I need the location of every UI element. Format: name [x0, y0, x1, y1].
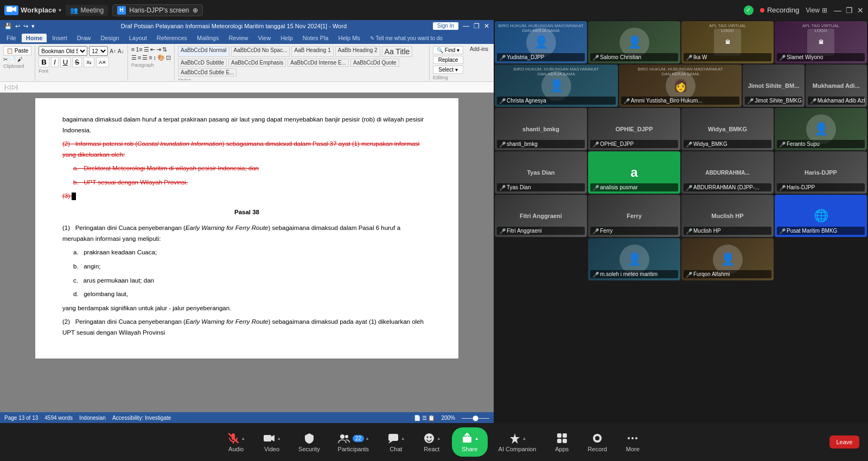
ribbon-tab-design[interactable]: Design	[96, 34, 123, 42]
more-button[interactable]: More	[618, 428, 648, 456]
participants-button[interactable]: 22 ▲ Participants	[331, 428, 376, 456]
ribbon-tab-review[interactable]: Review	[224, 34, 252, 42]
ribbon-tab-mailings[interactable]: Mailings	[193, 34, 223, 42]
style-normal[interactable]: AaBbCcDd Normal	[178, 46, 229, 57]
word-doc-scroll[interactable]: bagaimana dimaksud dalam huruf a terpat …	[0, 93, 494, 412]
cut-icon[interactable]: ✂	[3, 56, 8, 62]
apps-button[interactable]: Apps	[547, 428, 577, 456]
shading-button[interactable]: 🎨	[157, 54, 165, 61]
minimize-button[interactable]: —	[834, 6, 841, 15]
participant-tile-salomo[interactable]: 👤 🎤 Salomo Christian	[588, 21, 680, 63]
font-size-select[interactable]: 12	[89, 46, 108, 56]
participant-tile-mukhamad[interactable]: Mukhamad Adi... 🎤 Mukhamad Adib Azka	[806, 65, 867, 107]
indent-less-button[interactable]: ⇤	[150, 46, 155, 53]
participant-tile-widya[interactable]: Widya_BMKG 🎤 Widya_BMKG	[681, 108, 774, 150]
audio-button[interactable]: ▲ Audio	[220, 428, 252, 456]
participant-tile-ikaw[interactable]: APL TAG VIRTUALLOGO 🏛 🎤 Ika W	[681, 21, 774, 63]
style-subtleem[interactable]: AaBbCcDd Subtle E...	[178, 68, 237, 76]
bold-button[interactable]: B	[39, 57, 49, 67]
participant-tile-analisis[interactable]: a 🎤 analisis pusmar	[588, 151, 680, 194]
indent-more-button[interactable]: ⇥	[156, 46, 161, 53]
word-close[interactable]: ✕	[484, 22, 489, 30]
chat-button[interactable]: ▲ Chat	[380, 428, 412, 456]
clear-format-button[interactable]: A✕	[96, 57, 109, 67]
security-button[interactable]: Security	[292, 428, 327, 456]
justify-button[interactable]: ≡	[149, 54, 152, 61]
replace-button[interactable]: Replace	[433, 56, 463, 64]
workplace-dropdown[interactable]: ▾	[59, 7, 61, 13]
word-minimize[interactable]: —	[463, 22, 469, 30]
italic-button[interactable]: I	[51, 57, 59, 67]
subscript-button[interactable]: X₂	[84, 57, 94, 67]
sort-button[interactable]: ⇅	[162, 46, 167, 53]
participant-tile-tyas[interactable]: Tyas Dian 🎤 Tyas Dian	[495, 151, 587, 194]
ribbon-tab-insert[interactable]: Insert	[48, 34, 72, 42]
ribbon-tab-layout[interactable]: Layout	[125, 34, 151, 42]
view-button[interactable]: View ⊞	[806, 7, 827, 14]
style-intense[interactable]: AaBbCcDd Intense E...	[288, 59, 349, 67]
participant-tile-jimot[interactable]: Jimot Sihite_BM... 🎤 Jimot Sihite_BMKG	[743, 65, 804, 107]
underline-button[interactable]: U	[60, 57, 71, 67]
style-subtitle[interactable]: AaBbCcD Subtitle	[178, 59, 227, 67]
participant-tile-msoleh[interactable]: 👤 🎤 m.soleh i meteo maritim	[588, 238, 680, 280]
border-button[interactable]: ⊡	[166, 54, 171, 61]
find-button[interactable]: 🔍 Find ▾	[433, 46, 463, 54]
numbering-button[interactable]: 1≡	[136, 46, 143, 53]
style-title[interactable]: Aa Title	[382, 46, 413, 57]
participant-tile-haris[interactable]: Haris-DJPP 🎤 Haris-DJPP	[775, 151, 867, 194]
ribbon-tab-view[interactable]: View	[253, 34, 275, 42]
font-size-down-button[interactable]: A↓	[118, 48, 124, 54]
style-quote[interactable]: AaBbCcDd Quote	[350, 59, 399, 67]
paste-button[interactable]: 📋 Paste	[3, 46, 31, 55]
ribbon-tab-tellme[interactable]: ✎ Tell me what you want to do	[366, 34, 492, 42]
style-nospace[interactable]: AaBbCcDd No Spac...	[231, 46, 290, 57]
close-button[interactable]: ✕	[857, 6, 864, 15]
share-button[interactable]: ▲ Share	[452, 427, 488, 457]
style-heading1[interactable]: AaB Heading 1	[291, 46, 333, 57]
video-button[interactable]: ▲ Video	[256, 428, 288, 456]
style-emphasis[interactable]: AaBbCcDd Emphasis	[228, 59, 286, 67]
copy-icon[interactable]: 📄	[9, 56, 16, 62]
multilevel-button[interactable]: ☰	[144, 46, 149, 53]
participant-tile-shanti[interactable]: shanti_bmkg 🎤 shanti_bmkg	[495, 108, 587, 150]
ribbon-tab-home[interactable]: Home	[22, 34, 47, 42]
record-button[interactable]: Record	[581, 428, 613, 456]
participant-tile-yudistria[interactable]: BIRO HUKUM, HUBUNGAN MASYARAKATDAN KERJA…	[495, 21, 587, 63]
word-redo-icon[interactable]: ↪	[23, 23, 28, 30]
react-button[interactable]: ▲ React	[416, 428, 448, 456]
select-button[interactable]: Select ▾	[433, 66, 463, 74]
participant-tile-ferry[interactable]: Ferry 🎤 Ferry	[588, 195, 680, 237]
ribbon-tab-help[interactable]: Help	[276, 34, 297, 42]
zoom-slider[interactable]: ——⬤——	[462, 415, 489, 421]
format-painter-icon[interactable]: 🖌	[17, 56, 23, 62]
participant-tile-fitri[interactable]: Fitri Anggraeni 🎤 Fitri Anggraeni	[495, 195, 587, 237]
tab-close-icon[interactable]: ⊕	[193, 7, 198, 14]
participant-tile-muclish[interactable]: Muclish HP 🎤 Muclish HP	[681, 195, 774, 237]
align-right-button[interactable]: ☰	[142, 54, 148, 61]
align-left-button[interactable]: ☰	[131, 54, 137, 61]
participant-tile-ophie[interactable]: OPHIE_DJPP 🎤 OPHIE_DJPP	[588, 108, 680, 150]
ai-companion-button[interactable]: ▲ AI Companion	[492, 428, 543, 456]
screen-share-tab[interactable]: H Haris-DJPP's screen ⊕	[112, 4, 202, 16]
participant-tile-pusatmaritim[interactable]: 🌐 🎤 Pusat Maritim BMKG	[775, 195, 867, 237]
participant-tile-slamet[interactable]: APL TAG VIRTUALLOGO 🏛 🎤 Slamet Wiyono	[775, 21, 867, 63]
line-spacing-button[interactable]: ↕	[154, 54, 157, 61]
strikethrough-button[interactable]: S̶	[72, 57, 82, 67]
word-undo-icon[interactable]: ↩	[15, 23, 20, 30]
word-signin[interactable]: Sign In	[433, 22, 458, 30]
participant-tile-furqon[interactable]: 👤 🎤 Furqon Alfahmi	[681, 238, 774, 280]
ribbon-tab-references[interactable]: References	[152, 34, 192, 42]
style-heading2[interactable]: AaBb Heading 2	[335, 46, 380, 57]
font-size-up-button[interactable]: A↑	[110, 48, 116, 54]
leave-button[interactable]: Leave	[829, 436, 859, 449]
word-restore[interactable]: ❐	[474, 22, 480, 30]
participant-tile-feranto[interactable]: 👤 🎤 Feranto Supu	[775, 108, 867, 150]
font-family-select[interactable]: Bookman Old Sty	[39, 46, 87, 56]
ribbon-tab-file[interactable]: File	[2, 34, 21, 42]
ribbon-tab-notes[interactable]: Notes Pla	[298, 34, 333, 42]
align-center-button[interactable]: ≡	[138, 54, 141, 61]
ribbon-tab-helpms[interactable]: Help Ms	[334, 34, 364, 42]
word-save-icon[interactable]: 💾	[4, 23, 12, 30]
ribbon-tab-draw[interactable]: Draw	[73, 34, 95, 42]
restore-button[interactable]: ❐	[846, 6, 853, 15]
